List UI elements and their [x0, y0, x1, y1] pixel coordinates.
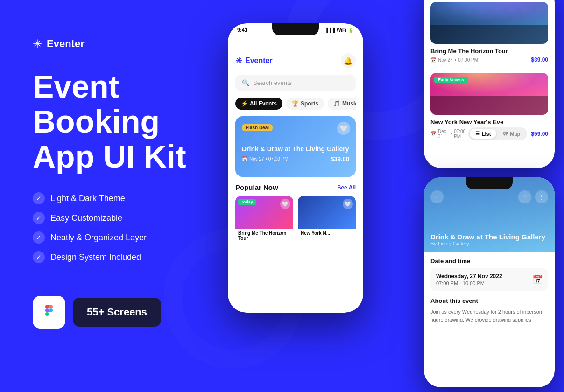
- popular-card-2[interactable]: 🤍 New York N...: [298, 196, 356, 243]
- event-time-display: 07:00 PM - 10:00 PM: [436, 280, 502, 286]
- event-2-name: New York New Year's Eve: [430, 119, 548, 126]
- featured-event-date: 📅 Nov 27 • 07:00 PM: [242, 156, 289, 161]
- featured-event-card[interactable]: Flash Deal 🤍 Drink & Draw at The Living …: [235, 116, 356, 177]
- status-icons: ▐▐▐ WiFi 🔋: [325, 28, 354, 33]
- status-time: 9:41: [237, 27, 247, 33]
- feature-3: ✓ Neatly & Organized Layer: [33, 231, 247, 244]
- today-badge: Today: [238, 199, 256, 205]
- logo: ✳ Eventer: [33, 37, 247, 50]
- event-1-time-text: 07:00 PM: [458, 57, 478, 63]
- hero-event-info: Drink & Draw at The Living Gallery By Li…: [424, 227, 555, 252]
- event-1-price: $39.00: [531, 56, 548, 63]
- check-icon-2: ✓: [33, 212, 45, 224]
- feature-label-3: Neatly & Organized Layer: [50, 233, 147, 243]
- popular-grid: Today 🤍 Bring Me The Horizon Tour 🤍 New …: [235, 196, 356, 243]
- feature-4: ✓ Design System Included: [33, 251, 247, 263]
- event-2-price: $59.00: [531, 131, 548, 137]
- center-phone-screen: 9:41 ▐▐▐ WiFi 🔋 ✳ Eventer 🔔: [228, 23, 363, 313]
- about-event-text: Join us every Wednesday for 2 hours of i…: [430, 308, 548, 323]
- date-time-box: Wednesday, 27 Nov 2022 07:00 PM - 10:00 …: [430, 268, 548, 291]
- feature-label-2: Easy Customizable: [50, 213, 122, 223]
- feature-label-4: Design System Included: [50, 252, 141, 262]
- card-2-heart-icon[interactable]: 🤍: [343, 199, 353, 209]
- date-section-title: Date and time: [430, 258, 548, 265]
- left-section: ✳ Eventer Event Booking App UI Kit ✓ Lig…: [33, 0, 247, 392]
- detail-content: Date and time Wednesday, 27 Nov 2022 07:…: [424, 252, 555, 329]
- tab-music[interactable]: 🎵 Music: [328, 98, 356, 110]
- right-bottom-notch: [466, 177, 513, 189]
- back-button[interactable]: ←: [430, 190, 444, 203]
- tab-sports[interactable]: 🏆 Sports: [286, 98, 324, 110]
- headline-line2: App UI Kit: [33, 139, 247, 174]
- search-icon: 🔍: [242, 79, 249, 86]
- all-events-icon: ⚡: [241, 100, 248, 107]
- list-icon: ☰: [475, 131, 480, 137]
- logo-icon: ✳: [33, 37, 42, 50]
- svg-rect-2: [45, 308, 49, 312]
- popular-card-2-image: 🤍: [298, 196, 356, 229]
- tab-all-events[interactable]: ⚡ All Events: [235, 98, 282, 110]
- event-2-date: 📅 Dec 31 • 07:00 PM: [430, 129, 468, 139]
- screens-count: 55+ Screens: [87, 306, 147, 318]
- featured-event-title: Drink & Draw at The Living Gallery: [242, 145, 349, 153]
- event-1-name: Bring Me The Horizon Tour: [430, 48, 548, 55]
- featured-event-meta: 📅 Nov 27 • 07:00 PM $39.00: [242, 155, 349, 162]
- featured-date-text: Nov 27 • 07:00 PM: [249, 156, 289, 161]
- list-view-button[interactable]: ☰ List: [470, 129, 497, 139]
- popular-card-2-name: New York N...: [298, 229, 356, 237]
- flash-deal-badge: Flash Deal: [242, 124, 273, 131]
- popular-card-1-image: Today 🤍: [235, 196, 293, 229]
- event-2-image: Early Access: [430, 73, 548, 115]
- popular-section-header: Popular Now See All: [235, 183, 356, 191]
- hero-event-title: Drink & Draw at The Living Gallery: [430, 233, 548, 241]
- hero-event-by: By Living Gallery: [430, 241, 548, 246]
- logo-name: Eventer: [47, 38, 85, 50]
- check-icon-3: ✓: [33, 231, 45, 244]
- check-icon-1: ✓: [33, 192, 45, 204]
- notification-button[interactable]: 🔔: [341, 53, 356, 68]
- app-logo: ✳ Eventer: [235, 56, 273, 66]
- event-item-2[interactable]: Early Access New York New Year's Eve 📅 D…: [424, 68, 555, 145]
- map-label: Map: [510, 131, 520, 137]
- event-item-1[interactable]: Bring Me The Horizon Tour 📅 Nov 27 • 07:…: [424, 0, 555, 68]
- app-header: ✳ Eventer 🔔: [235, 39, 356, 68]
- svg-rect-0: [45, 305, 49, 308]
- event-2-meta: 📅 Dec 31 • 07:00 PM ☰ List 🗺: [430, 127, 548, 140]
- app-content: ✳ Eventer 🔔 🔍 Search events ⚡ All Events: [228, 35, 363, 247]
- search-placeholder: Search events: [253, 79, 292, 86]
- card-1-heart-icon[interactable]: 🤍: [280, 199, 290, 209]
- feature-2: ✓ Easy Customizable: [33, 212, 247, 224]
- phone-notch: [272, 23, 319, 35]
- right-top-screen: 9:41 ▐▐▐📶🔋 Bring Me The Horizon Tour 📅: [424, 0, 555, 168]
- music-icon: 🎵: [333, 100, 340, 107]
- about-section-title: About this event: [430, 297, 548, 304]
- popular-card-1[interactable]: Today 🤍 Bring Me The Horizon Tour: [235, 196, 293, 243]
- event-1-meta: 📅 Nov 27 • 07:00 PM $39.00: [430, 56, 548, 63]
- calendar-icon: 📅: [532, 274, 543, 285]
- featured-event-price: $39.00: [331, 155, 349, 162]
- feature-1: ✓ Light & Dark Theme: [33, 192, 247, 204]
- headline-line1: Event Booking: [33, 69, 247, 139]
- right-top-phone: 9:41 ▐▐▐📶🔋 Bring Me The Horizon Tour 📅: [424, 0, 555, 168]
- sports-label: Sports: [301, 100, 318, 107]
- early-access-badge: Early Access: [434, 77, 468, 83]
- sports-icon: 🏆: [292, 100, 299, 107]
- featured-heart-icon[interactable]: 🤍: [337, 122, 350, 135]
- svg-point-4: [49, 308, 53, 312]
- popular-title: Popular Now: [235, 183, 278, 191]
- popular-card-1-name: Bring Me The Horizon Tour: [235, 229, 293, 242]
- hero-action-buttons: ♡ ⋮: [518, 190, 548, 203]
- svg-rect-1: [49, 305, 53, 308]
- event-1-image: [430, 2, 548, 44]
- search-bar[interactable]: 🔍 Search events: [235, 75, 356, 91]
- more-button[interactable]: ⋮: [535, 190, 548, 203]
- see-all-button[interactable]: See All: [337, 184, 356, 191]
- map-icon: 🗺: [503, 131, 508, 137]
- heart-button[interactable]: ♡: [518, 190, 531, 203]
- figma-icon: [42, 303, 56, 322]
- figma-badge: [33, 296, 65, 329]
- map-view-button[interactable]: 🗺 Map: [497, 129, 526, 139]
- screens-count-badge: 55+ Screens: [73, 298, 161, 327]
- phones-container: 9:41 ▐▐▐ WiFi 🔋 ✳ Eventer 🔔: [228, 0, 564, 392]
- category-tabs: ⚡ All Events 🏆 Sports 🎵 Music 🎭: [235, 98, 356, 110]
